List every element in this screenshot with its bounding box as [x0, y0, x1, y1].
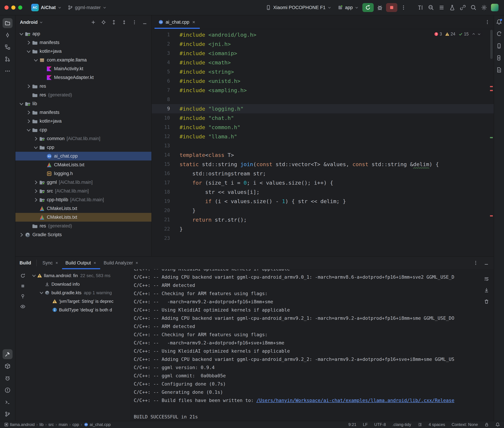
- hide-icon[interactable]: [141, 19, 148, 25]
- tree-row[interactable]: CMakeLists.txt: [16, 160, 151, 169]
- logcat-icon[interactable]: [3, 373, 13, 383]
- stop-icon[interactable]: [19, 282, 26, 290]
- code-line-13[interactable]: 13: [152, 141, 494, 150]
- stripe-mark[interactable]: [490, 86, 493, 87]
- chevron-right-icon[interactable]: [26, 118, 32, 124]
- add-icon[interactable]: [90, 19, 96, 25]
- breadcrumb-item[interactable]: src: [48, 422, 54, 427]
- tree-row[interactable]: common[AiChat.lib.main]: [16, 134, 151, 143]
- line-number[interactable]: 7: [152, 86, 178, 95]
- build-tree-row[interactable]: Download info: [30, 280, 130, 288]
- code-line-22[interactable]: 22}: [152, 224, 494, 234]
- build-tree-row[interactable]: BuildType 'debug' is both d: [30, 305, 130, 314]
- chevron-down-icon[interactable]: [26, 49, 32, 54]
- chevron-right-icon[interactable]: [26, 110, 32, 115]
- minimize-window-button[interactable]: [11, 6, 16, 10]
- next-problem-button[interactable]: [477, 32, 481, 36]
- zoom-window-button[interactable]: [18, 6, 22, 10]
- breadcrumb-item[interactable]: ai_chat.cpp: [84, 422, 111, 427]
- error-stripe[interactable]: [489, 29, 494, 256]
- collapse-all-icon[interactable]: [121, 19, 128, 25]
- search-icon[interactable]: [469, 3, 478, 12]
- device-explorer-icon[interactable]: [495, 66, 503, 74]
- tree-row[interactable]: lib: [16, 99, 151, 108]
- code-line-15[interactable]: 15static std::string join(const std::vec…: [152, 160, 494, 169]
- line-number[interactable]: 21: [152, 215, 178, 224]
- status-widget-4-spaces[interactable]: 4 spaces: [429, 422, 445, 427]
- tree-row[interactable]: CMakeLists.txt: [16, 204, 151, 213]
- code-line-16[interactable]: 16 std::ostringstream str;: [152, 169, 494, 178]
- notifications-icon[interactable]: [495, 18, 503, 26]
- device-manager-icon[interactable]: [495, 42, 503, 50]
- code-line-8[interactable]: 8: [152, 95, 494, 104]
- status-widget--clang-tidy[interactable]: .clang-tidy: [392, 422, 411, 427]
- structure-icon[interactable]: [3, 42, 13, 52]
- tab-options-button[interactable]: [485, 16, 490, 29]
- line-number[interactable]: 8: [152, 95, 178, 104]
- soft-wrap-icon[interactable]: [483, 275, 490, 283]
- build-tree-row[interactable]: 'jvmTarget: String' is deprec: [30, 297, 130, 305]
- tree-row[interactable]: cpp: [16, 143, 151, 152]
- close-window-button[interactable]: [4, 6, 9, 10]
- code-line-17[interactable]: 17 for (size_t i = 0; i < values.size();…: [152, 178, 494, 187]
- project-view-selector[interactable]: Android: [20, 20, 38, 25]
- close-icon[interactable]: [55, 261, 59, 265]
- line-number[interactable]: 6: [152, 76, 178, 86]
- chevron-down-icon[interactable]: [18, 101, 24, 107]
- lock-icon[interactable]: [485, 422, 489, 427]
- tree-row[interactable]: manifests: [16, 108, 151, 117]
- notifications-icon[interactable]: [495, 422, 500, 427]
- sync-icon[interactable]: [19, 272, 26, 280]
- line-number[interactable]: 9: [152, 104, 178, 113]
- branch-widget[interactable]: ggml-master: [65, 4, 109, 12]
- chevron-right-icon[interactable]: [33, 197, 39, 203]
- code-line-18[interactable]: 18 str << values[i];: [152, 187, 494, 197]
- code-line-14[interactable]: 14template<class T>: [152, 150, 494, 160]
- commit-icon[interactable]: [3, 30, 13, 40]
- chevron-down-icon[interactable]: [33, 145, 39, 150]
- run-config-selector[interactable]: app: [335, 3, 361, 12]
- scroll-end-icon[interactable]: [483, 286, 490, 294]
- code-line-6[interactable]: 6#include <unistd.h>: [152, 76, 494, 86]
- more-actions-button[interactable]: [399, 3, 408, 12]
- build-icon[interactable]: [3, 349, 13, 359]
- line-number[interactable]: 22: [152, 224, 178, 234]
- line-number[interactable]: 1: [152, 30, 178, 39]
- close-icon[interactable]: [192, 20, 196, 24]
- settings-icon[interactable]: [479, 3, 489, 12]
- chevron-down-icon[interactable]: [18, 31, 24, 37]
- line-number[interactable]: 12: [152, 132, 178, 141]
- chevron-right-icon[interactable]: [26, 83, 32, 89]
- status-widget-lf[interactable]: LF: [363, 422, 368, 427]
- stripe-mark[interactable]: [490, 137, 493, 138]
- code-line-19[interactable]: 19 if (i < values.size() - 1) { str << d…: [152, 197, 494, 206]
- line-number[interactable]: 15: [152, 160, 178, 169]
- tree-row[interactable]: CMakeLists.txt: [16, 213, 151, 222]
- more-icon[interactable]: [472, 260, 479, 266]
- pull-requests-icon[interactable]: [3, 54, 13, 64]
- tab-build-output[interactable]: Build Output: [62, 256, 100, 269]
- eye-icon[interactable]: [19, 303, 26, 310]
- tree-row[interactable]: Gradle Scripts: [16, 230, 151, 239]
- build-panel-title[interactable]: Build: [19, 256, 31, 269]
- tab-sync[interactable]: Sync: [39, 256, 62, 269]
- more-h-icon[interactable]: [3, 66, 13, 76]
- previous-problem-button[interactable]: [472, 32, 476, 36]
- code-line-4[interactable]: 4#include <cmath>: [152, 58, 494, 67]
- breadcrumb-item[interactable]: lib: [39, 422, 43, 427]
- code-line-7[interactable]: 7#include <sampling.h>: [152, 86, 494, 95]
- tree-row[interactable]: logging.h: [16, 169, 151, 178]
- stop-button[interactable]: [386, 3, 397, 12]
- project-widget[interactable]: AC AiChat: [29, 2, 64, 13]
- line-number[interactable]: 17: [152, 178, 178, 187]
- locate-icon[interactable]: [100, 19, 107, 25]
- chevron-down-icon[interactable]: [39, 20, 43, 24]
- chevron-right-icon[interactable]: [18, 232, 24, 238]
- clear-icon[interactable]: [483, 298, 490, 305]
- build-tree-row[interactable]: llama.android: fin22 sec, 583 ms: [30, 271, 130, 280]
- debug-button[interactable]: [375, 3, 385, 12]
- chevron-down-icon[interactable]: [31, 273, 37, 278]
- tree-row[interactable]: MessageAdapter.kt: [16, 73, 151, 82]
- tab-build-analyzer[interactable]: Build Analyzer: [100, 256, 142, 269]
- tree-row[interactable]: cpp: [16, 125, 151, 134]
